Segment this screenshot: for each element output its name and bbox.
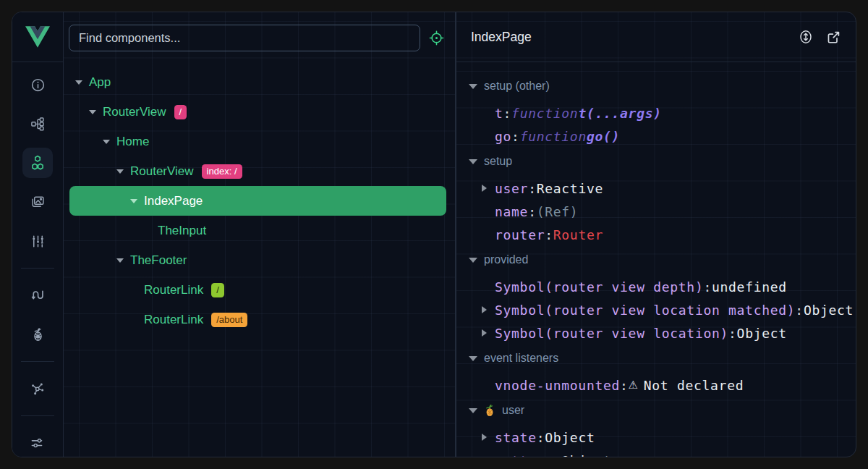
- function-signature: go(): [587, 129, 620, 144]
- settings-icon[interactable]: [22, 428, 53, 457]
- key-value-separator: :: [703, 279, 712, 295]
- vue-logo: [12, 12, 63, 62]
- inspector-panel: IndexPage setup (other)t : function t(..…: [456, 12, 856, 457]
- key-value-separator: :: [511, 129, 520, 144]
- tree-expander-icon[interactable]: [75, 80, 88, 85]
- info-icon[interactable]: [22, 69, 53, 100]
- property-key: go: [495, 129, 511, 144]
- components-icon[interactable]: [22, 148, 53, 178]
- sidebar-divider: [21, 415, 54, 416]
- section-title: user: [502, 404, 524, 417]
- property-row[interactable]: user : Reactive: [469, 177, 856, 200]
- property-key: user: [495, 181, 528, 196]
- function-keyword: function: [511, 106, 578, 121]
- property-row[interactable]: Symbol(router view location matched) : O…: [469, 298, 856, 321]
- property-row[interactable]: state : Object: [469, 426, 856, 449]
- inspector-header-icons: [798, 29, 841, 45]
- property-key: name: [495, 204, 528, 219]
- section-header[interactable]: setup (other): [469, 72, 856, 100]
- tree-row[interactable]: App: [69, 67, 446, 97]
- property-value: undefined: [712, 279, 787, 295]
- tree-row[interactable]: RouterViewindex: /: [69, 156, 446, 186]
- target-icon[interactable]: [429, 30, 444, 46]
- property-expander-icon[interactable]: [482, 306, 495, 313]
- tree-row[interactable]: RouterLink/about: [69, 305, 446, 334]
- icon-sidebar: [12, 12, 64, 457]
- pinia-icon[interactable]: [22, 319, 53, 350]
- chevron-down-icon: [469, 159, 477, 164]
- inspector-header: IndexPage: [456, 12, 856, 62]
- inspector-title: IndexPage: [471, 30, 532, 45]
- devtools-window: AppRouterView/HomeRouterViewindex: /Inde…: [12, 12, 856, 457]
- property-expander-icon[interactable]: [482, 434, 495, 441]
- function-keyword: function: [520, 129, 587, 144]
- section-title: setup: [484, 155, 512, 168]
- tree-row-label: RouterLink: [144, 313, 203, 327]
- sidebar-divider: [21, 361, 54, 362]
- key-value-separator: :: [620, 378, 629, 393]
- scroll-to-component-icon[interactable]: [798, 29, 814, 45]
- tree-row[interactable]: RouterLink/: [69, 275, 446, 305]
- open-in-editor-icon[interactable]: [826, 30, 841, 45]
- key-value-separator: :: [545, 227, 553, 242]
- property-key: t: [495, 106, 503, 121]
- tree-row[interactable]: TheFooter: [69, 245, 446, 275]
- property-expander-icon[interactable]: [482, 185, 495, 192]
- chevron-down-icon: [469, 356, 477, 361]
- property-key: state: [495, 430, 537, 445]
- chevron-right-icon: [482, 434, 487, 441]
- property-value: Object: [561, 453, 611, 457]
- key-value-separator: :: [553, 453, 562, 457]
- tree-row-label: Home: [116, 135, 149, 149]
- property-row[interactable]: getters : Object: [469, 449, 856, 457]
- tree-expander-icon[interactable]: [89, 110, 101, 114]
- section-header[interactable]: setup: [469, 148, 856, 175]
- graph-icon[interactable]: [22, 373, 53, 404]
- property-row: t : function t(...args): [469, 101, 856, 124]
- pinia-pineapple-icon: [484, 404, 495, 417]
- property-key: Symbol(router view location matched): [495, 303, 795, 318]
- tree-row-label: RouterLink: [144, 283, 203, 297]
- section-header[interactable]: event listeners: [469, 345, 856, 372]
- tree-row[interactable]: IndexPage: [69, 186, 446, 216]
- property-value: Object: [545, 430, 595, 445]
- assets-icon[interactable]: [22, 187, 53, 217]
- property-row[interactable]: Symbol(router view location) : Object: [469, 321, 856, 345]
- key-value-separator: :: [503, 106, 512, 121]
- tree-expander-icon[interactable]: [103, 140, 115, 144]
- property-row: vnode-unmounted : ⚠ Not declared: [469, 373, 856, 397]
- section-header[interactable]: provided: [469, 246, 856, 274]
- chevron-down-icon: [469, 84, 477, 89]
- chevron-down-icon: [469, 258, 477, 263]
- chevron-down-icon: [469, 408, 477, 413]
- chevron-down-icon: [116, 169, 124, 174]
- key-value-separator: :: [537, 430, 545, 445]
- property-row: router : Router: [469, 223, 856, 246]
- function-signature: t(...args): [578, 106, 661, 121]
- property-value: (Ref): [537, 204, 579, 219]
- tree-expander-icon[interactable]: [116, 258, 129, 263]
- property-key: Symbol(router view location): [495, 326, 728, 341]
- tree-expander-icon[interactable]: [130, 199, 142, 203]
- pages-tree-icon[interactable]: [22, 109, 53, 139]
- property-value: Reactive: [537, 181, 603, 196]
- tree-row[interactable]: TheInput: [69, 216, 446, 245]
- component-tree-panel: AppRouterView/HomeRouterViewindex: /Inde…: [64, 12, 456, 457]
- tree-row-label: RouterView: [103, 105, 166, 119]
- chevron-down-icon: [130, 199, 137, 203]
- tree-expander-icon[interactable]: [116, 169, 129, 174]
- sidebar-icon-list: [12, 62, 63, 457]
- router-icon[interactable]: [22, 280, 53, 310]
- property-expander-icon[interactable]: [482, 329, 495, 337]
- property-key: vnode-unmounted: [495, 378, 620, 393]
- component-route-badge: /about: [211, 313, 247, 327]
- key-value-separator: :: [728, 326, 737, 341]
- search-input[interactable]: [69, 25, 420, 51]
- section-header[interactable]: user: [469, 397, 856, 424]
- tree-row[interactable]: RouterView/: [69, 97, 446, 127]
- section-title: event listeners: [484, 352, 558, 365]
- key-value-separator: :: [528, 204, 537, 219]
- tree-row[interactable]: Home: [69, 127, 446, 156]
- property-value: Object: [804, 303, 854, 318]
- timeline-icon[interactable]: [22, 226, 53, 256]
